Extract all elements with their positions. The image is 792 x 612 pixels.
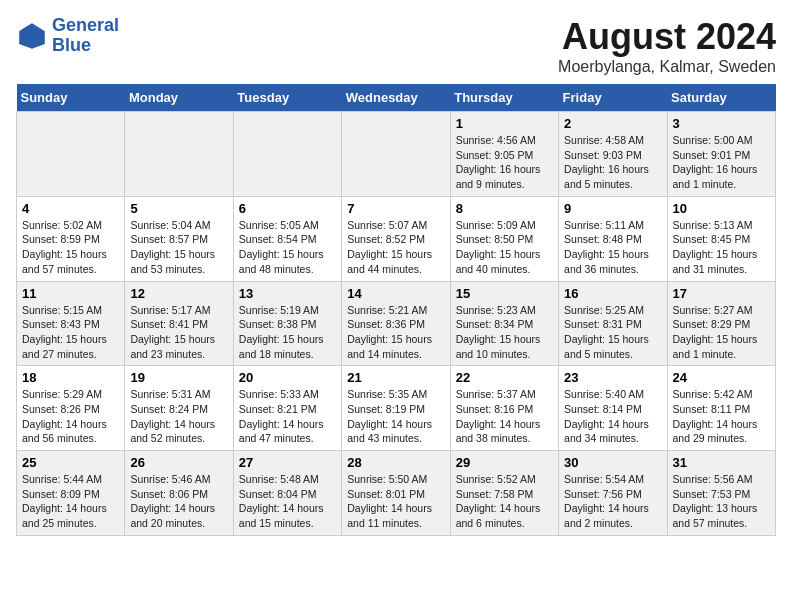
calendar-cell: 22Sunrise: 5:37 AM Sunset: 8:16 PM Dayli… [450,366,558,451]
calendar-cell: 7Sunrise: 5:07 AM Sunset: 8:52 PM Daylig… [342,196,450,281]
calendar-cell: 6Sunrise: 5:05 AM Sunset: 8:54 PM Daylig… [233,196,341,281]
calendar-cell: 24Sunrise: 5:42 AM Sunset: 8:11 PM Dayli… [667,366,775,451]
calendar-cell: 31Sunrise: 5:56 AM Sunset: 7:53 PM Dayli… [667,451,775,536]
day-info: Sunrise: 5:09 AM Sunset: 8:50 PM Dayligh… [456,218,553,277]
calendar-cell: 19Sunrise: 5:31 AM Sunset: 8:24 PM Dayli… [125,366,233,451]
week-row-2: 4Sunrise: 5:02 AM Sunset: 8:59 PM Daylig… [17,196,776,281]
day-number: 31 [673,455,770,470]
calendar-cell: 5Sunrise: 5:04 AM Sunset: 8:57 PM Daylig… [125,196,233,281]
calendar-cell: 28Sunrise: 5:50 AM Sunset: 8:01 PM Dayli… [342,451,450,536]
day-info: Sunrise: 5:17 AM Sunset: 8:41 PM Dayligh… [130,303,227,362]
logo: General Blue [16,16,119,56]
logo-text: General Blue [52,16,119,56]
day-number: 25 [22,455,119,470]
col-header-sunday: Sunday [17,84,125,112]
day-info: Sunrise: 5:37 AM Sunset: 8:16 PM Dayligh… [456,387,553,446]
col-header-tuesday: Tuesday [233,84,341,112]
day-info: Sunrise: 5:25 AM Sunset: 8:31 PM Dayligh… [564,303,661,362]
calendar-cell: 1Sunrise: 4:56 AM Sunset: 9:05 PM Daylig… [450,112,558,197]
col-header-monday: Monday [125,84,233,112]
calendar-cell: 8Sunrise: 5:09 AM Sunset: 8:50 PM Daylig… [450,196,558,281]
day-number: 11 [22,286,119,301]
col-header-wednesday: Wednesday [342,84,450,112]
calendar-cell [17,112,125,197]
week-row-5: 25Sunrise: 5:44 AM Sunset: 8:09 PM Dayli… [17,451,776,536]
calendar-cell: 14Sunrise: 5:21 AM Sunset: 8:36 PM Dayli… [342,281,450,366]
day-number: 15 [456,286,553,301]
day-info: Sunrise: 4:58 AM Sunset: 9:03 PM Dayligh… [564,133,661,192]
day-info: Sunrise: 5:33 AM Sunset: 8:21 PM Dayligh… [239,387,336,446]
week-row-3: 11Sunrise: 5:15 AM Sunset: 8:43 PM Dayli… [17,281,776,366]
day-number: 1 [456,116,553,131]
day-info: Sunrise: 5:56 AM Sunset: 7:53 PM Dayligh… [673,472,770,531]
calendar-cell [233,112,341,197]
day-number: 10 [673,201,770,216]
day-info: Sunrise: 5:46 AM Sunset: 8:06 PM Dayligh… [130,472,227,531]
calendar-cell: 21Sunrise: 5:35 AM Sunset: 8:19 PM Dayli… [342,366,450,451]
day-number: 22 [456,370,553,385]
day-info: Sunrise: 5:31 AM Sunset: 8:24 PM Dayligh… [130,387,227,446]
day-number: 6 [239,201,336,216]
day-info: Sunrise: 5:21 AM Sunset: 8:36 PM Dayligh… [347,303,444,362]
day-number: 26 [130,455,227,470]
calendar-cell [342,112,450,197]
calendar-cell: 2Sunrise: 4:58 AM Sunset: 9:03 PM Daylig… [559,112,667,197]
day-info: Sunrise: 5:05 AM Sunset: 8:54 PM Dayligh… [239,218,336,277]
day-number: 14 [347,286,444,301]
col-header-saturday: Saturday [667,84,775,112]
day-info: Sunrise: 5:50 AM Sunset: 8:01 PM Dayligh… [347,472,444,531]
day-number: 29 [456,455,553,470]
day-number: 8 [456,201,553,216]
week-row-1: 1Sunrise: 4:56 AM Sunset: 9:05 PM Daylig… [17,112,776,197]
calendar-cell: 27Sunrise: 5:48 AM Sunset: 8:04 PM Dayli… [233,451,341,536]
calendar-cell: 30Sunrise: 5:54 AM Sunset: 7:56 PM Dayli… [559,451,667,536]
day-info: Sunrise: 5:02 AM Sunset: 8:59 PM Dayligh… [22,218,119,277]
day-number: 4 [22,201,119,216]
day-info: Sunrise: 5:13 AM Sunset: 8:45 PM Dayligh… [673,218,770,277]
calendar-cell [125,112,233,197]
calendar-cell: 12Sunrise: 5:17 AM Sunset: 8:41 PM Dayli… [125,281,233,366]
svg-marker-0 [19,23,45,49]
calendar-cell: 10Sunrise: 5:13 AM Sunset: 8:45 PM Dayli… [667,196,775,281]
day-info: Sunrise: 5:07 AM Sunset: 8:52 PM Dayligh… [347,218,444,277]
day-number: 3 [673,116,770,131]
day-info: Sunrise: 5:35 AM Sunset: 8:19 PM Dayligh… [347,387,444,446]
header: General Blue August 2024 Moerbylanga, Ka… [16,16,776,76]
calendar-cell: 20Sunrise: 5:33 AM Sunset: 8:21 PM Dayli… [233,366,341,451]
day-number: 13 [239,286,336,301]
day-number: 16 [564,286,661,301]
calendar-cell: 3Sunrise: 5:00 AM Sunset: 9:01 PM Daylig… [667,112,775,197]
day-number: 28 [347,455,444,470]
day-number: 2 [564,116,661,131]
day-info: Sunrise: 5:11 AM Sunset: 8:48 PM Dayligh… [564,218,661,277]
day-info: Sunrise: 5:27 AM Sunset: 8:29 PM Dayligh… [673,303,770,362]
calendar-cell: 11Sunrise: 5:15 AM Sunset: 8:43 PM Dayli… [17,281,125,366]
day-info: Sunrise: 4:56 AM Sunset: 9:05 PM Dayligh… [456,133,553,192]
day-info: Sunrise: 5:54 AM Sunset: 7:56 PM Dayligh… [564,472,661,531]
calendar-cell: 4Sunrise: 5:02 AM Sunset: 8:59 PM Daylig… [17,196,125,281]
subtitle: Moerbylanga, Kalmar, Sweden [558,58,776,76]
title-area: August 2024 Moerbylanga, Kalmar, Sweden [558,16,776,76]
day-info: Sunrise: 5:42 AM Sunset: 8:11 PM Dayligh… [673,387,770,446]
calendar-cell: 25Sunrise: 5:44 AM Sunset: 8:09 PM Dayli… [17,451,125,536]
day-number: 30 [564,455,661,470]
main-title: August 2024 [558,16,776,58]
calendar-cell: 26Sunrise: 5:46 AM Sunset: 8:06 PM Dayli… [125,451,233,536]
day-info: Sunrise: 5:23 AM Sunset: 8:34 PM Dayligh… [456,303,553,362]
day-info: Sunrise: 5:40 AM Sunset: 8:14 PM Dayligh… [564,387,661,446]
day-info: Sunrise: 5:52 AM Sunset: 7:58 PM Dayligh… [456,472,553,531]
day-number: 20 [239,370,336,385]
day-number: 9 [564,201,661,216]
day-number: 7 [347,201,444,216]
day-number: 18 [22,370,119,385]
day-info: Sunrise: 5:04 AM Sunset: 8:57 PM Dayligh… [130,218,227,277]
calendar-cell: 13Sunrise: 5:19 AM Sunset: 8:38 PM Dayli… [233,281,341,366]
calendar-cell: 9Sunrise: 5:11 AM Sunset: 8:48 PM Daylig… [559,196,667,281]
day-number: 17 [673,286,770,301]
calendar-table: SundayMondayTuesdayWednesdayThursdayFrid… [16,84,776,536]
calendar-cell: 23Sunrise: 5:40 AM Sunset: 8:14 PM Dayli… [559,366,667,451]
col-header-friday: Friday [559,84,667,112]
day-info: Sunrise: 5:44 AM Sunset: 8:09 PM Dayligh… [22,472,119,531]
calendar-cell: 16Sunrise: 5:25 AM Sunset: 8:31 PM Dayli… [559,281,667,366]
week-row-4: 18Sunrise: 5:29 AM Sunset: 8:26 PM Dayli… [17,366,776,451]
